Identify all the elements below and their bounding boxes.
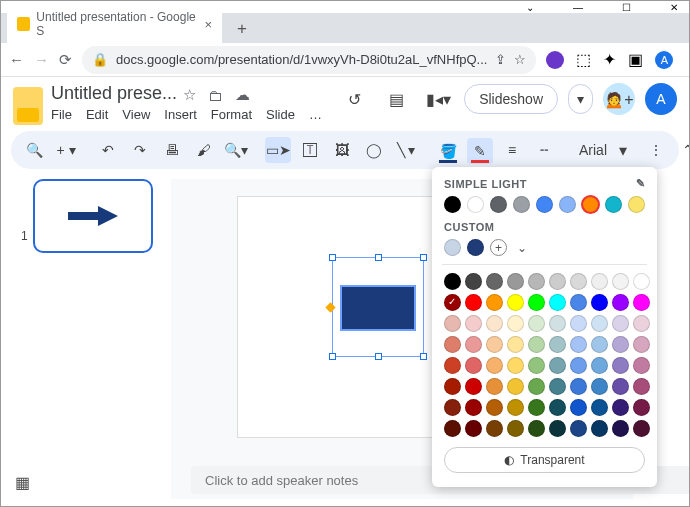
collapse-toolbar-icon[interactable]: ⌃ [675, 137, 690, 163]
theme-color-swatch[interactable] [582, 196, 599, 213]
color-swatch[interactable] [633, 336, 650, 353]
color-swatch[interactable] [570, 378, 587, 395]
close-tab-icon[interactable]: × [204, 17, 212, 32]
more-tools-icon[interactable]: ⋮ [643, 137, 669, 163]
border-dash-button[interactable]: ╌ [531, 137, 557, 163]
color-swatch[interactable] [612, 315, 629, 332]
eyedropper-button[interactable]: ⌄ [513, 239, 530, 256]
color-swatch[interactable] [507, 336, 524, 353]
browser-menu-icon[interactable]: ⋮ [685, 50, 690, 69]
color-swatch[interactable] [549, 315, 566, 332]
extension-icon[interactable]: ▣ [628, 50, 643, 69]
slideshow-button[interactable]: Slideshow [464, 84, 558, 114]
color-swatch[interactable] [633, 315, 650, 332]
color-swatch[interactable] [528, 399, 545, 416]
star-doc-icon[interactable]: ☆ [183, 86, 196, 104]
menu-item[interactable]: … [309, 107, 322, 122]
profile-avatar[interactable]: A [655, 51, 673, 69]
slides-logo-icon[interactable] [13, 87, 43, 125]
extension-icon[interactable] [546, 51, 564, 69]
color-swatch[interactable] [633, 399, 650, 416]
account-avatar[interactable]: A [645, 83, 677, 115]
color-swatch[interactable] [507, 315, 524, 332]
color-swatch[interactable] [465, 357, 482, 374]
color-swatch[interactable] [570, 294, 587, 311]
color-swatch[interactable] [612, 399, 629, 416]
color-swatch[interactable] [612, 294, 629, 311]
transparent-button[interactable]: ◐ Transparent [444, 447, 645, 473]
color-swatch[interactable] [486, 420, 503, 437]
font-dropdown-icon[interactable]: ▾ [619, 141, 627, 160]
color-swatch[interactable] [444, 315, 461, 332]
comments-icon[interactable]: ▤ [380, 83, 412, 115]
color-swatch[interactable] [465, 315, 482, 332]
theme-color-swatch[interactable] [628, 196, 645, 213]
color-swatch[interactable] [591, 336, 608, 353]
color-swatch[interactable] [507, 357, 524, 374]
history-icon[interactable]: ↺ [338, 83, 370, 115]
menu-item[interactable]: Format [211, 107, 252, 122]
theme-color-swatch[interactable] [513, 196, 530, 213]
line-tool[interactable]: ╲ ▾ [393, 137, 419, 163]
color-swatch[interactable] [465, 273, 482, 290]
color-swatch[interactable] [570, 399, 587, 416]
search-menus-icon[interactable]: 🔍 [21, 137, 47, 163]
color-swatch[interactable] [507, 294, 524, 311]
undo-button[interactable]: ↶ [95, 137, 121, 163]
minimize-button[interactable]: ⌄ [521, 2, 539, 13]
meet-icon[interactable]: ▮◂▾ [422, 83, 454, 115]
color-swatch[interactable] [591, 420, 608, 437]
edit-theme-icon[interactable]: ✎ [636, 177, 646, 190]
menu-item[interactable]: Insert [164, 107, 197, 122]
color-swatch[interactable] [612, 357, 629, 374]
color-swatch[interactable] [570, 315, 587, 332]
color-swatch[interactable] [570, 420, 587, 437]
add-custom-color-button[interactable]: + [490, 239, 507, 256]
grid-view-icon[interactable]: ▦ [15, 473, 30, 492]
color-swatch[interactable] [486, 273, 503, 290]
color-swatch[interactable] [633, 294, 650, 311]
resize-handle[interactable] [375, 353, 382, 360]
new-tab-button[interactable]: + [228, 15, 256, 43]
color-swatch[interactable] [549, 294, 566, 311]
color-swatch[interactable] [444, 399, 461, 416]
color-swatch[interactable] [444, 273, 461, 290]
resize-handle[interactable] [329, 353, 336, 360]
window-max[interactable]: ☐ [617, 2, 635, 13]
color-swatch[interactable] [591, 378, 608, 395]
select-tool[interactable]: ▭➤ [265, 137, 291, 163]
color-swatch[interactable] [444, 420, 461, 437]
shape-tool[interactable]: ◯ [361, 137, 387, 163]
menu-item[interactable]: View [122, 107, 150, 122]
color-swatch[interactable] [612, 336, 629, 353]
color-swatch[interactable] [528, 378, 545, 395]
color-swatch[interactable] [507, 273, 524, 290]
browser-tab[interactable]: Untitled presentation - Google S × [7, 5, 222, 43]
color-swatch[interactable] [570, 357, 587, 374]
color-swatch[interactable] [528, 273, 545, 290]
address-bar[interactable]: 🔒 docs.google.com/presentation/d/1vwxyVh… [82, 46, 536, 74]
color-swatch[interactable] [465, 420, 482, 437]
doc-title[interactable]: Untitled prese... [51, 83, 177, 104]
theme-color-swatch[interactable] [536, 196, 553, 213]
menu-item[interactable]: Edit [86, 107, 108, 122]
redo-button[interactable]: ↷ [127, 137, 153, 163]
extension-icon[interactable]: ⬚ [576, 50, 591, 69]
color-swatch[interactable] [507, 420, 524, 437]
textbox-tool[interactable]: 🅃 [297, 137, 323, 163]
star-icon[interactable]: ☆ [514, 52, 526, 67]
border-weight-button[interactable]: ≡ [499, 137, 525, 163]
color-swatch[interactable] [549, 357, 566, 374]
menu-item[interactable]: File [51, 107, 72, 122]
color-swatch[interactable] [549, 399, 566, 416]
color-swatch[interactable] [528, 420, 545, 437]
color-swatch[interactable] [549, 273, 566, 290]
color-swatch[interactable] [486, 294, 503, 311]
window-close[interactable]: ✕ [665, 2, 683, 13]
color-swatch[interactable] [528, 357, 545, 374]
theme-color-swatch[interactable] [444, 196, 461, 213]
rotation-handle[interactable] [326, 303, 336, 313]
custom-color-swatch[interactable] [467, 239, 484, 256]
color-swatch[interactable] [612, 273, 629, 290]
theme-color-swatch[interactable] [605, 196, 622, 213]
